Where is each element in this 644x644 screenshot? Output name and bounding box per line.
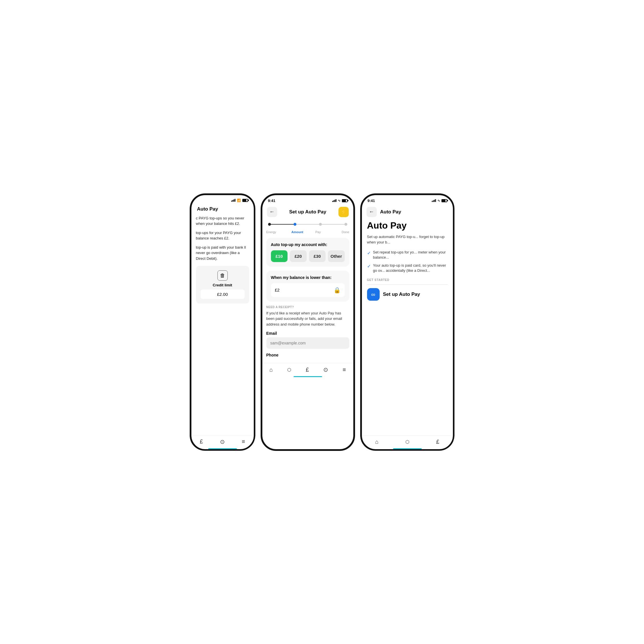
signal-icon: [332, 199, 336, 202]
receipt-section: NEED A RECEIPT? If you'd like a receipt …: [262, 306, 353, 363]
lock-icon: 🔒: [334, 287, 341, 294]
nav-billing[interactable]: £: [200, 438, 203, 445]
left-text-3: top-up is paid with your bank ll never g…: [196, 245, 249, 261]
left-status-icons: 📶: [231, 199, 248, 202]
right-status-bar: 9:41 ∿: [362, 195, 453, 205]
right-body: Auto Pay Set up automatic PAYG top-u... …: [362, 221, 453, 435]
balance-section: When my balance is lower than: £2 🔒: [266, 271, 349, 302]
nav-home[interactable]: ⌂: [375, 439, 379, 445]
credit-limit-value: £2.00: [201, 290, 245, 299]
trash-icon[interactable]: 🗑: [217, 270, 228, 281]
nav-menu[interactable]: ≡: [242, 438, 245, 445]
step-energy-dot: [268, 223, 271, 226]
bolt-icon: ⚡: [340, 209, 347, 215]
nav-billing[interactable]: £: [436, 439, 439, 445]
billing-icon: £: [436, 439, 439, 445]
get-started-divider: [367, 284, 448, 285]
step-line-2: [296, 224, 319, 225]
checkmark-icon-1: ✓: [367, 250, 371, 256]
nav-home[interactable]: ⌂: [270, 366, 273, 373]
billing-icon: £: [200, 438, 203, 445]
back-button[interactable]: ←: [267, 207, 277, 217]
step-label-pay: Pay: [308, 230, 329, 234]
step-done-dot: [344, 223, 347, 226]
signal-icon: [432, 199, 436, 202]
wifi-icon: ∿: [437, 199, 440, 203]
wifi-icon: 📶: [237, 199, 241, 202]
step-label-amount: Amount: [287, 230, 308, 234]
infinity-icon: ∞: [367, 288, 380, 301]
battery-icon: [441, 199, 447, 202]
battery-icon: [242, 199, 248, 202]
left-status-bar: 📶: [191, 195, 254, 204]
email-label: Email: [266, 331, 349, 336]
nav-help[interactable]: ⊙: [323, 366, 328, 373]
nav-menu[interactable]: ≡: [343, 366, 346, 373]
step-line-1: [271, 224, 294, 225]
left-text-1: c PAYG top-ups so you never when your ba…: [196, 215, 249, 227]
left-bottom-nav: £ ⊙ ≡: [191, 435, 254, 449]
amount-30-button[interactable]: £30: [309, 250, 326, 262]
step-pay-dot: [319, 223, 322, 226]
right-bottom-nav: ⌂ ⬡ £: [362, 435, 453, 449]
check-item-1: ✓ Set repeat top-ups for yo... meter whe…: [367, 250, 448, 260]
nav-billing[interactable]: £: [306, 366, 309, 373]
home-icon: ⌂: [270, 366, 273, 373]
amount-section-title: Auto top-up my account with:: [271, 242, 345, 247]
step-labels: Energy Amount Pay Done: [262, 230, 353, 238]
amount-section: Auto top-up my account with: £10 £20 £30…: [266, 238, 349, 267]
billing-icon: £: [306, 366, 309, 373]
signal-icon: [231, 199, 235, 202]
autopay-title: Auto Pay: [367, 221, 448, 231]
left-phone: 📶 Auto Pay c PAYG top-ups so you never w…: [190, 193, 255, 451]
step-label-done: Done: [328, 230, 349, 234]
balance-section-title: When my balance is lower than:: [271, 275, 345, 280]
amount-other-button[interactable]: Other: [328, 250, 345, 262]
center-time: 9:41: [268, 199, 276, 203]
credit-limit-card: 🗑 Credit limit £2.00: [196, 266, 249, 304]
help-icon: ⊙: [323, 366, 328, 373]
help-icon: ⊙: [220, 438, 225, 445]
center-header: ← Set up Auto Pay ⚡: [262, 205, 353, 221]
amount-20-button[interactable]: £20: [290, 250, 307, 262]
autopay-description: Set up automatic PAYG top-u... forget to…: [367, 234, 448, 245]
progress-bar: [262, 221, 353, 230]
amount-10-button[interactable]: £10: [271, 250, 288, 262]
step-label-energy: Energy: [266, 230, 287, 234]
amount-buttons: £10 £20 £30 Other: [271, 250, 345, 262]
scene: 📶 Auto Pay c PAYG top-ups so you never w…: [171, 171, 474, 474]
left-page-title: Auto Pay: [191, 204, 254, 215]
bolt-button[interactable]: ⚡: [338, 207, 349, 217]
wifi-icon: ∿: [338, 199, 340, 203]
menu-icon: ≡: [343, 366, 346, 373]
usage-icon: ⬡: [405, 439, 409, 445]
check-text-2: Your auto top-up is paid card, so you'll…: [373, 263, 448, 273]
nav-usage[interactable]: ⬡: [405, 439, 409, 445]
left-content: Auto Pay c PAYG top-ups so you never whe…: [191, 204, 254, 435]
back-button[interactable]: ←: [366, 207, 377, 217]
phone-label: Phone: [266, 353, 349, 357]
battery-icon: [342, 199, 348, 202]
balance-value: £2: [275, 288, 280, 292]
left-body: c PAYG top-ups so you never when your ba…: [191, 215, 254, 261]
receipt-label: NEED A RECEIPT?: [266, 306, 349, 309]
check-text-1: Set repeat top-ups for yo... meter when …: [373, 250, 448, 260]
step-amount-dot: [294, 223, 296, 226]
home-icon: ⌂: [375, 439, 379, 445]
credit-limit-label: Credit limit: [213, 283, 232, 287]
nav-usage[interactable]: ⬡: [287, 367, 291, 372]
right-page-title: Auto Pay: [380, 209, 401, 215]
right-phone: 9:41 ∿ ← Auto Pay Auto Pay Set up automa…: [360, 193, 455, 451]
left-text-2: top-ups for your PAYG your balance reach…: [196, 230, 249, 241]
setup-autopay-button[interactable]: ∞ Set up Auto Pay: [367, 288, 448, 301]
menu-icon: ≡: [242, 438, 245, 445]
right-time: 9:41: [368, 199, 375, 203]
setup-btn-label: Set up Auto Pay: [383, 292, 420, 297]
get-started-label: GET STARTED: [367, 278, 448, 282]
step-line-3: [322, 224, 344, 225]
page-title: Set up Auto Pay: [289, 209, 326, 215]
email-input[interactable]: [266, 337, 349, 349]
balance-input-row: £2 🔒: [271, 283, 345, 297]
receipt-description: If you'd like a receipt when your Auto P…: [266, 310, 349, 327]
nav-help[interactable]: ⊙: [220, 438, 225, 445]
